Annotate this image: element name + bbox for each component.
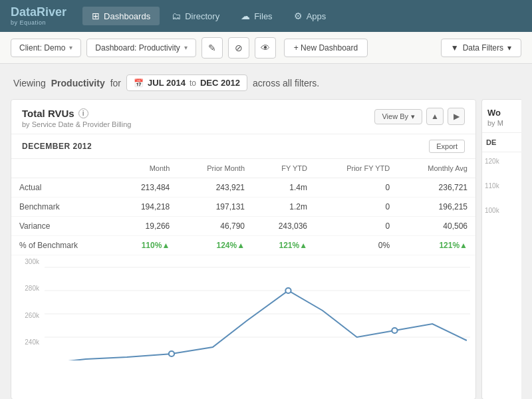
chart-point (392, 328, 397, 333)
nav-dashboards-label: Dashboards (104, 11, 150, 21)
chart-y-labels: 300k 280k 260k 240k (11, 255, 45, 348)
row-value: 46,790 (178, 217, 253, 236)
right-card-subtitle: by M (487, 119, 503, 127)
table-body: Actual213,484243,9211.4m0236,721Benchmar… (11, 178, 475, 255)
data-table: Month Prior Month FY YTD Prior FY YTD Mo… (11, 159, 475, 255)
brand-river: River (37, 5, 66, 19)
table-row: Actual213,484243,9211.4m0236,721 (11, 178, 475, 198)
col-header-monthly-avg: Monthly Avg (398, 159, 475, 178)
nav-directory-label: Directory (185, 11, 219, 21)
nav-directory[interactable]: 🗂 Directory (162, 7, 229, 25)
row-value: 197,131 (178, 198, 253, 217)
viewing-bar: Viewing Productivity for 📅 JUL 2014 to D… (0, 64, 532, 99)
chart-svg-container (45, 261, 470, 362)
row-value: 194,218 (115, 198, 178, 217)
card-subtitle: by Service Date & Provider Billing (22, 120, 131, 128)
row-value: 0 (315, 217, 398, 236)
top-navigation: DataRiver by Equation ⊞ Dashboards 🗂 Dir… (0, 0, 532, 32)
total-rvus-card: Total RVUs i by Service Date & Provider … (11, 99, 476, 399)
nav-files[interactable]: ☁ Files (231, 7, 281, 25)
table-row: Benchmark194,218197,1311.2m0196,215 (11, 198, 475, 217)
row-value: 19,266 (115, 217, 178, 236)
block-icon: ⊘ (235, 43, 243, 53)
row-value: 1.2m (253, 198, 315, 217)
block-button[interactable]: ⊘ (228, 37, 249, 59)
chart-label-260k: 260k (11, 312, 39, 319)
eye-button[interactable]: 👁 (255, 37, 276, 59)
row-label: Benchmark (11, 198, 115, 217)
edit-button[interactable]: ✎ (201, 37, 223, 59)
card-title-text: Total RVUs (22, 108, 74, 119)
card-title: Total RVUs i (22, 108, 131, 119)
brand-subtitle: by Equation (11, 19, 66, 26)
row-label: Actual (11, 178, 115, 198)
dashboards-icon: ⊞ (92, 11, 100, 21)
chart-label-280k: 280k (11, 285, 39, 292)
edit-icon: ✎ (208, 43, 216, 53)
chevron-down-icon: ▾ (507, 43, 511, 53)
chevron-down-icon: ▾ (184, 44, 188, 51)
expand-button[interactable]: ▶ (448, 108, 465, 125)
viewing-subject: Productivity (51, 78, 105, 88)
brand-logo: DataRiver by Equation (11, 6, 66, 26)
client-selector[interactable]: Client: Demo ▾ (11, 39, 81, 57)
chart-point (285, 288, 291, 293)
up-arrow-icon: ▲ (431, 112, 439, 121)
row-value: 40,506 (398, 217, 475, 236)
date-range-picker[interactable]: 📅 JUL 2014 to DEC 2012 (126, 74, 247, 91)
right-period-label: DE (482, 133, 521, 152)
table-row: % of Benchmark110%▲124%▲121%▲0%121%▲ (11, 236, 475, 255)
row-value: 243,921 (178, 178, 253, 198)
row-label: Variance (11, 217, 115, 236)
col-header-prior-fy-ytd: Prior FY YTD (315, 159, 398, 178)
toolbar: Client: Demo ▾ Dashboard: Productivity ▾… (0, 32, 532, 64)
collapse-button[interactable]: ▲ (426, 108, 444, 125)
right-arrow-icon: ▶ (454, 112, 460, 121)
chart-point (169, 351, 174, 356)
chevron-down-icon: ▾ (411, 112, 415, 121)
eye-icon: 👁 (261, 43, 270, 53)
nav-files-label: Files (254, 11, 272, 21)
table-period-header: DECEMBER 2012 Export (11, 134, 475, 159)
chart-area: 300k 280k 260k 240k (11, 255, 475, 362)
right-chart-labels: 120k 110k 100k (482, 152, 521, 217)
row-label: % of Benchmark (11, 236, 115, 255)
right-peek-card: Wo by M DE 120k 110k 100k (481, 99, 521, 399)
view-by-button[interactable]: View By ▾ (374, 109, 422, 124)
info-icon[interactable]: i (78, 108, 88, 118)
data-filters-button[interactable]: ▼ Data Filters ▾ (441, 39, 521, 57)
card-header-left: Total RVUs i by Service Date & Provider … (22, 108, 131, 128)
new-dashboard-button[interactable]: + New Dashboard (284, 39, 368, 57)
nav-apps[interactable]: ⚙ Apps (285, 7, 336, 25)
dashboard-label: Dashboard: Productivity (95, 43, 180, 53)
nav-dashboards[interactable]: ⊞ Dashboards (82, 7, 160, 25)
date-from: JUL 2014 (148, 78, 186, 88)
row-value: 0 (315, 198, 398, 217)
row-value: 124%▲ (178, 236, 253, 255)
card-header: Total RVUs i by Service Date & Provider … (11, 100, 475, 134)
nav-items: ⊞ Dashboards 🗂 Directory ☁ Files ⚙ Apps (82, 7, 521, 25)
row-value: 1.4m (253, 178, 315, 198)
data-filters-label: Data Filters (463, 43, 503, 53)
col-header-month: Month (115, 159, 178, 178)
row-value: 110%▲ (115, 236, 178, 255)
client-label: Client: Demo (19, 43, 65, 53)
right-chart-label-100k: 100k (485, 207, 521, 214)
files-icon: ☁ (241, 11, 250, 21)
dashboard-selector[interactable]: Dashboard: Productivity ▾ (86, 39, 196, 57)
row-value: 0% (315, 236, 398, 255)
directory-icon: 🗂 (172, 11, 181, 21)
row-value: 196,215 (398, 198, 475, 217)
export-button[interactable]: Export (429, 140, 465, 153)
chart-label-300k: 300k (11, 258, 39, 265)
viewing-for: for (110, 78, 121, 88)
filter-icon: ▼ (451, 43, 459, 53)
period-label: DECEMBER 2012 (22, 142, 92, 151)
right-chart-label-120k: 120k (485, 158, 521, 165)
export-label: Export (436, 142, 458, 150)
row-value: 213,484 (115, 178, 178, 198)
brand-data: Data (11, 5, 37, 19)
nav-apps-label: Apps (307, 11, 327, 21)
col-header-prior-month: Prior Month (178, 159, 253, 178)
col-header-fy-ytd: FY YTD (253, 159, 315, 178)
